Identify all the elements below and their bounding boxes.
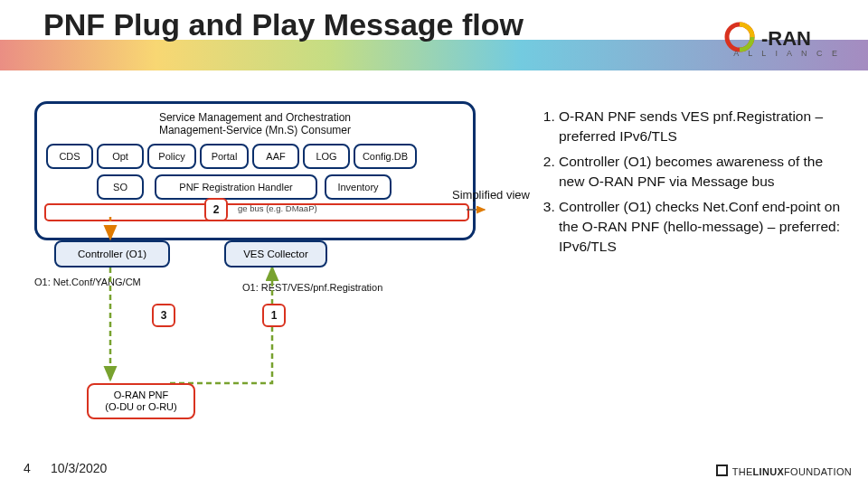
node-pnf-reg-handler: PNF Registration Handler <box>155 174 317 200</box>
slide-date: 10/3/2020 <box>51 461 107 475</box>
node-policy: Policy <box>147 144 196 169</box>
message-bus-label: ge bus (e.g. DMaaP) <box>238 203 317 213</box>
node-inventory: Inventory <box>325 174 392 200</box>
linux-foundation-footer: THELINUXFOUNDATION <box>716 464 852 477</box>
node-configdb: Config.DB <box>354 144 417 169</box>
linux-square-icon <box>716 465 728 476</box>
smo-title: Service Management and Orchestration Man… <box>37 111 473 136</box>
node-cds: CDS <box>46 144 93 169</box>
svg-text:-RAN: -RAN <box>761 27 811 50</box>
steps-list: O-RAN PNF sends VES pnf.Registration – p… <box>539 107 846 262</box>
step-badge-2: 2 <box>204 198 228 221</box>
step-item-1: O-RAN PNF sends VES pnf.Registration – p… <box>559 107 846 146</box>
alliance-label: A L L I A N C E <box>733 49 841 58</box>
oran-pnf-l2: (O-DU or O-RU) <box>105 401 176 412</box>
oran-pnf-l1: O-RAN PNF <box>114 389 169 400</box>
node-aaf: AAF <box>252 144 299 169</box>
node-portal: Portal <box>200 144 249 169</box>
step-item-2: Controller (O1) becomes awareness of the… <box>559 152 846 192</box>
smo-container: Service Management and Orchestration Man… <box>34 101 476 240</box>
ves-collector: VES Collector <box>224 240 327 267</box>
label-o1-netconf: O1: Net.Conf/YANG/CM <box>34 277 141 287</box>
step-badge-1: 1 <box>262 304 286 327</box>
smo-title-l1: Service Management and Orchestration <box>159 111 351 124</box>
simplified-view-label: Simplified view <box>452 188 530 202</box>
diagram-area: Service Management and Orchestration Man… <box>34 101 486 427</box>
node-log: LOG <box>303 144 350 169</box>
step-badge-3: 3 <box>152 304 175 327</box>
controller-o1: Controller (O1) <box>54 240 170 267</box>
oran-pnf-box: O-RAN PNF (O-DU or O-RU) <box>87 383 195 419</box>
smo-title-l2: Management-Service (Mn.S) Consumer <box>37 124 473 136</box>
step-item-3: Controller (O1) checks Net.Conf end-poin… <box>559 197 846 257</box>
slide-number: 4 <box>24 461 31 475</box>
node-opt: Opt <box>97 144 144 169</box>
page-title: PNF Plug and Play Message flow <box>43 7 524 42</box>
label-o1-rest-ves: O1: REST/VES/pnf.Registration <box>242 282 382 293</box>
node-so: SO <box>97 174 144 200</box>
